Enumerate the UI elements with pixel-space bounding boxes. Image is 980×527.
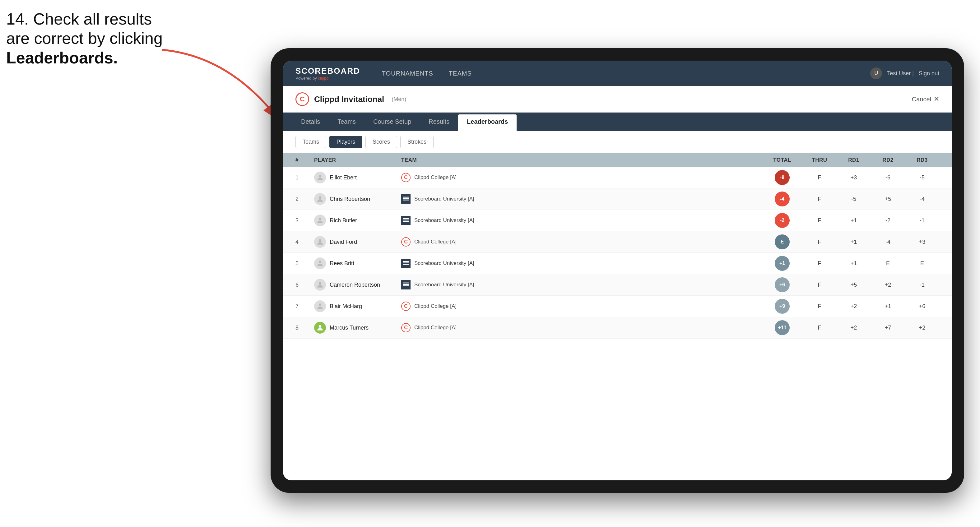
team-logo: C: [401, 302, 410, 311]
thru-cell: F: [802, 303, 837, 310]
tournament-tag: (Men): [391, 96, 406, 103]
tournament-title-area: C Clippd Invitational (Men): [296, 92, 406, 106]
table-body: 1 Elliot Ebert C Clippd College [A] -8 F…: [283, 167, 952, 480]
tab-leaderboards[interactable]: Leaderboards: [458, 114, 517, 131]
total-cell: -2: [762, 213, 802, 228]
signout-button[interactable]: Sign out: [919, 70, 939, 77]
team-name: Scoreboard University [A]: [414, 217, 474, 224]
svg-point-1: [319, 175, 321, 178]
rd3-cell: -1: [905, 282, 939, 288]
rank-cell: 5: [296, 260, 314, 267]
rank-cell: 6: [296, 282, 314, 288]
svg-rect-4: [403, 198, 409, 199]
thru-cell: F: [802, 196, 837, 202]
team-logo: C: [401, 323, 410, 332]
score-badge: +6: [775, 277, 790, 292]
total-cell: -4: [762, 192, 802, 206]
player-avatar: [314, 236, 326, 248]
svg-rect-5: [403, 200, 409, 200]
rank-cell: 3: [296, 217, 314, 224]
tab-results[interactable]: Results: [420, 113, 458, 131]
total-cell: -8: [762, 170, 802, 185]
player-avatar: [314, 257, 326, 269]
svg-point-15: [319, 282, 321, 285]
instruction-text: 14. Check all results are correct by cli…: [6, 10, 163, 67]
col-thru: THRU: [802, 157, 837, 163]
team-name: Clippd College [A]: [414, 325, 457, 331]
svg-rect-18: [403, 286, 409, 286]
player-avatar: [314, 322, 326, 333]
filter-strokes[interactable]: Strokes: [400, 136, 434, 148]
team-logo: [401, 194, 410, 204]
tab-bar: Details Teams Course Setup Results Leade…: [283, 113, 952, 131]
rd1-cell: +3: [837, 175, 871, 181]
tablet-frame: SCOREBOARD Powered by clippd TOURNAMENTS…: [270, 48, 964, 493]
team-logo: C: [401, 173, 410, 182]
table-header: # PLAYER TEAM TOTAL THRU RD1 RD2 RD3: [283, 153, 952, 167]
col-rd1: RD1: [837, 157, 871, 163]
svg-rect-9: [403, 221, 409, 222]
player-cell: Elliot Ebert: [314, 171, 401, 183]
total-cell: +11: [762, 320, 802, 335]
nav-tournaments[interactable]: TOURNAMENTS: [376, 67, 439, 79]
team-logo: [401, 259, 410, 268]
rd3-cell: -4: [905, 196, 939, 202]
rd1-cell: +2: [837, 303, 871, 310]
thru-cell: F: [802, 217, 837, 224]
nav-links: TOURNAMENTS TEAMS: [376, 67, 870, 79]
svg-rect-12: [403, 261, 409, 262]
team-logo: [401, 216, 410, 225]
rank-cell: 4: [296, 239, 314, 245]
rd1-cell: -5: [837, 196, 871, 202]
player-name: Blair McHarg: [330, 303, 362, 310]
tournament-header: C Clippd Invitational (Men) Cancel ✕: [283, 86, 952, 113]
nav-teams[interactable]: TEAMS: [442, 67, 478, 79]
logo-area: SCOREBOARD Powered by clippd: [296, 66, 360, 81]
tab-teams[interactable]: Teams: [329, 113, 364, 131]
filter-scores[interactable]: Scores: [366, 136, 397, 148]
score-badge: +9: [775, 299, 790, 314]
rd3-cell: +2: [905, 325, 939, 331]
rd3-cell: E: [905, 260, 939, 267]
logo-text: SCOREBOARD: [296, 66, 360, 76]
total-cell: +1: [762, 256, 802, 271]
rank-cell: 8: [296, 325, 314, 331]
thru-cell: F: [802, 239, 837, 245]
team-name: Scoreboard University [A]: [414, 282, 474, 288]
team-name: Scoreboard University [A]: [414, 196, 474, 202]
nav-right: U Test User | Sign out: [870, 67, 939, 79]
rd2-cell: -4: [871, 239, 905, 245]
col-rd2: RD2: [871, 157, 905, 163]
team-cell: Scoreboard University [A]: [401, 194, 762, 204]
cancel-button[interactable]: Cancel ✕: [912, 95, 939, 103]
filter-teams[interactable]: Teams: [296, 136, 326, 148]
table-row: 8 Marcus Turners C Clippd College [A] +1…: [283, 317, 952, 338]
player-cell: David Ford: [314, 236, 401, 248]
table-row: 5 Rees Britt Scoreboard University [A] +…: [283, 253, 952, 274]
rd3-cell: +6: [905, 303, 939, 310]
score-badge: +11: [775, 320, 790, 335]
svg-rect-7: [403, 218, 409, 219]
table-row: 3 Rich Butler Scoreboard University [A] …: [283, 210, 952, 231]
rd2-cell: -2: [871, 217, 905, 224]
player-avatar: [314, 214, 326, 226]
top-nav: SCOREBOARD Powered by clippd TOURNAMENTS…: [283, 60, 952, 86]
score-badge: -8: [775, 170, 790, 185]
filter-players[interactable]: Players: [329, 136, 362, 148]
player-name: Elliot Ebert: [330, 175, 357, 181]
player-name: Cameron Robertson: [330, 282, 380, 288]
player-name: Chris Robertson: [330, 196, 370, 202]
team-cell: Scoreboard University [A]: [401, 259, 762, 268]
svg-rect-13: [403, 262, 409, 264]
team-name: Clippd College [A]: [414, 239, 457, 245]
thru-cell: F: [802, 175, 837, 181]
rank-cell: 2: [296, 196, 314, 202]
team-cell: Scoreboard University [A]: [401, 280, 762, 289]
col-player: PLAYER: [314, 157, 401, 163]
player-avatar: [314, 171, 326, 183]
team-cell: C Clippd College [A]: [401, 302, 762, 311]
tab-course-setup[interactable]: Course Setup: [364, 113, 420, 131]
rank-cell: 7: [296, 303, 314, 310]
tab-details[interactable]: Details: [292, 113, 329, 131]
rd3-cell: -1: [905, 217, 939, 224]
